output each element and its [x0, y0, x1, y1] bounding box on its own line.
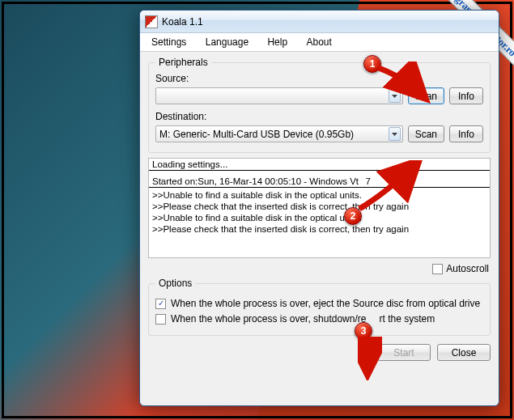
chevron-down-icon [389, 89, 401, 103]
destination-scan-button[interactable]: Scan [408, 125, 444, 142]
autoscroll-label: Autoscroll [446, 263, 489, 274]
eject-checkbox[interactable] [155, 299, 166, 309]
app-window: Koala 1.1 Settings Language Help About P… [139, 10, 499, 406]
menu-language[interactable]: Language [198, 35, 257, 49]
menu-help[interactable]: Help [259, 35, 295, 49]
log-panel[interactable]: Loading settings... Started on:Sun, 16-M… [148, 158, 491, 258]
menu-settings[interactable]: Settings [143, 35, 194, 49]
destination-value: M: Generic- Multi-Card USB Device (0.95G… [159, 129, 354, 140]
autoscroll-checkbox[interactable] [432, 264, 443, 274]
peripherals-group: Peripherals Source: Scan Info Destinatio… [148, 57, 491, 153]
source-info-button[interactable]: Info [449, 87, 483, 104]
destination-info-button[interactable]: Info [449, 125, 483, 142]
eject-label: When the whole process is over, eject th… [171, 298, 480, 309]
chevron-down-icon [389, 127, 401, 141]
options-group: Options When the whole process is over, … [148, 278, 491, 336]
source-combo[interactable] [155, 87, 403, 104]
shutdown-label: When the whole process is over, shutdown… [171, 313, 435, 325]
annotation-badge-3: 3 [355, 322, 372, 340]
annotation-badge-1: 1 [363, 55, 381, 73]
menu-about[interactable]: About [298, 35, 339, 49]
log-started: Started on:Sun, 16-Mar-14 00:05:10 - Win… [149, 176, 490, 188]
log-line: >>Please check that the inserted disk is… [149, 223, 490, 235]
menubar: Settings Language Help About [140, 33, 499, 52]
app-icon [145, 15, 158, 28]
close-button[interactable]: Close [437, 344, 491, 361]
log-line: >>Unable to find a suitable disk in the … [149, 189, 490, 201]
options-legend: Options [155, 278, 195, 289]
log-line: >>Please check that the inserted disk is… [149, 201, 490, 212]
source-scan-button[interactable]: Scan [408, 87, 444, 104]
start-button[interactable]: Start [377, 344, 431, 361]
annotation-badge-2: 2 [344, 207, 362, 225]
log-line: >>Unable to find a suitable disk in the … [149, 212, 490, 223]
titlebar[interactable]: Koala 1.1 [140, 11, 499, 33]
window-title: Koala 1.1 [162, 16, 203, 28]
destination-combo[interactable]: M: Generic- Multi-Card USB Device (0.95G… [155, 125, 403, 142]
source-label: Source: [155, 73, 483, 84]
peripherals-legend: Peripherals [155, 57, 211, 68]
log-header: Loading settings... [149, 159, 490, 171]
destination-label: Destination: [155, 111, 483, 122]
shutdown-checkbox[interactable] [155, 314, 166, 325]
